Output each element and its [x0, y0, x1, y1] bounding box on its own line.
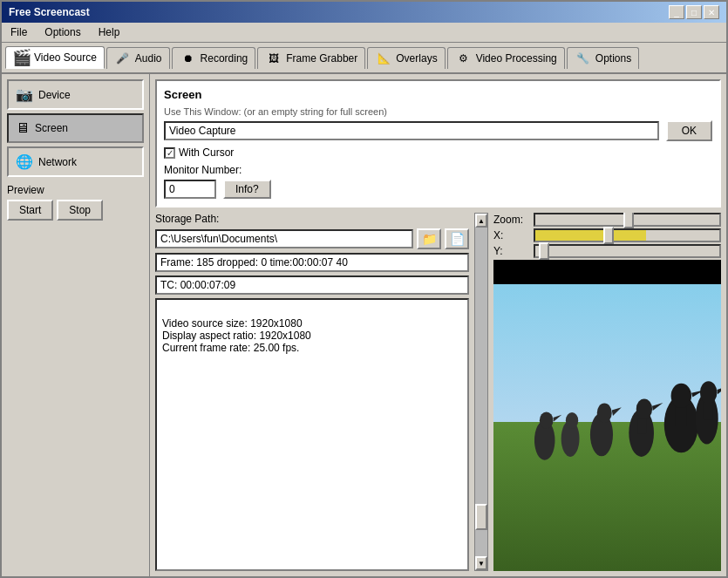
zoom-thumb[interactable] — [623, 213, 634, 228]
vertical-scrollbar[interactable]: ▲ ▼ — [474, 213, 488, 571]
svg-marker-6 — [652, 403, 663, 411]
log-box: Video source size: 1920x1080 Display asp… — [155, 298, 469, 571]
tab-frame-grabber-label: Frame Grabber — [286, 52, 357, 65]
right-panel: Screen Use This Window: (or an empty str… — [150, 74, 726, 576]
storage-row: Storage Path: — [155, 213, 469, 225]
svg-point-5 — [636, 399, 652, 419]
left-panel: 📷 Device 🖥 Screen 🌐 Network Preview Star… — [2, 74, 150, 576]
main-content: 📷 Device 🖥 Screen 🌐 Network Preview Star… — [2, 74, 726, 576]
tab-recording-label: Recording — [201, 52, 248, 65]
screen-window-input[interactable] — [164, 121, 659, 140]
svg-rect-19 — [703, 403, 713, 420]
screen-input-row: OK — [164, 120, 712, 141]
video-preview — [493, 260, 721, 571]
x-row: X: — [493, 228, 721, 242]
zoom-label: Zoom: — [493, 214, 528, 226]
network-label: Network — [38, 156, 77, 168]
tc-info: TC: 00:00:07:09 — [160, 279, 235, 291]
tab-video-processing-label: Video Processing — [476, 52, 557, 65]
monitor-input[interactable] — [164, 180, 216, 199]
y-thumb[interactable] — [539, 242, 549, 260]
tab-frame-grabber[interactable]: 🖼 Frame Grabber — [257, 47, 365, 69]
maximize-button[interactable]: □ — [686, 5, 702, 19]
y-row: Y: — [493, 244, 721, 258]
x-slider[interactable] — [534, 228, 721, 242]
monitor-row: Monitor Number: — [164, 164, 712, 176]
tab-options-label: Options — [595, 52, 631, 65]
monitor-label: Monitor Number: — [164, 164, 242, 176]
device-icon: 📷 — [16, 86, 33, 103]
svg-marker-15 — [554, 415, 562, 422]
svg-point-12 — [566, 412, 578, 428]
screen-button[interactable]: 🖥 Screen — [7, 113, 144, 143]
menu-bar: File Options Help — [2, 23, 726, 43]
frame-info: Frame: 185 dropped: 0 time:00:00:07 40 — [160, 256, 348, 269]
log-line-4: Current frame rate: 25.00 fps. — [162, 342, 462, 354]
browse-folder-button[interactable]: 📁 — [417, 228, 441, 249]
menu-help[interactable]: Help — [93, 24, 126, 40]
tab-video-processing[interactable]: ⚙ Video Processing — [447, 47, 565, 69]
main-window: Free Screencast _ □ ✕ File Options Help … — [0, 0, 728, 578]
screen-icon: 🖥 — [16, 120, 30, 136]
storage-path-input[interactable] — [155, 229, 413, 248]
close-button[interactable]: ✕ — [704, 5, 719, 19]
svg-point-1 — [671, 384, 691, 409]
preview-section: Preview Start Stop — [7, 184, 144, 221]
svg-rect-7 — [637, 419, 646, 435]
bottom-left: Storage Path: 📁 📄 Frame: 185 dropped: 0 … — [155, 213, 469, 571]
stop-button[interactable]: Stop — [57, 200, 103, 221]
scrollbar-track[interactable] — [475, 228, 487, 556]
scroll-down-button[interactable]: ▼ — [475, 556, 487, 570]
browse-file-button[interactable]: 📄 — [445, 228, 469, 249]
svg-point-14 — [540, 412, 554, 430]
tab-recording[interactable]: ⏺ Recording — [172, 47, 256, 69]
screen-hint: Use This Window: (or an empty string for… — [164, 106, 712, 117]
y-label: Y: — [493, 245, 528, 257]
tab-overlays[interactable]: 📐 Overlays — [367, 47, 445, 69]
bottom-panel: Storage Path: 📁 📄 Frame: 185 dropped: 0 … — [155, 213, 721, 571]
birds-svg — [493, 322, 721, 493]
minimize-button[interactable]: _ — [669, 5, 684, 19]
ok-button[interactable]: OK — [666, 120, 712, 141]
video-scene — [493, 260, 721, 571]
screen-label: Screen — [35, 122, 68, 134]
svg-point-9 — [597, 404, 612, 423]
title-bar: Free Screencast _ □ ✕ — [2, 2, 726, 23]
screen-title: Screen — [164, 88, 712, 101]
network-button[interactable]: 🌐 Network — [7, 146, 144, 177]
tab-video-source[interactable]: 🎬 Video Source — [5, 46, 105, 69]
frame-info-box: Frame: 185 dropped: 0 time:00:00:07 40 — [155, 253, 469, 272]
preview-label: Preview — [7, 184, 144, 196]
tc-info-box: TC: 00:00:07:09 — [155, 275, 469, 295]
storage-label: Storage Path: — [155, 213, 219, 225]
screen-settings-box: Screen Use This Window: (or an empty str… — [155, 79, 721, 207]
device-label: Device — [38, 89, 71, 101]
monitor-input-row: Info? — [164, 180, 712, 199]
with-cursor-label: With Cursor — [179, 146, 234, 159]
tab-audio-label: Audio — [135, 52, 162, 65]
folder-icon: 📁 — [422, 232, 437, 246]
svg-rect-3 — [676, 408, 687, 426]
device-button[interactable]: 📷 Device — [7, 79, 144, 110]
tab-options[interactable]: 🔧 Options — [567, 47, 639, 69]
toolbar: 🎬 Video Source 🎤 Audio ⏺ Recording 🖼 Fra… — [2, 43, 726, 74]
menu-file[interactable]: File — [5, 24, 32, 40]
zoom-slider[interactable] — [534, 213, 721, 227]
y-slider[interactable] — [534, 244, 721, 258]
svg-point-17 — [700, 382, 718, 405]
scroll-up-button[interactable]: ▲ — [475, 214, 487, 228]
tab-video-source-label: Video Source — [34, 51, 97, 64]
info-button[interactable]: Info? — [223, 180, 271, 199]
menu-options[interactable]: Options — [39, 24, 85, 40]
x-thumb[interactable] — [603, 227, 614, 244]
with-cursor-checkbox[interactable] — [164, 147, 175, 159]
scrollbar-thumb[interactable] — [475, 504, 487, 530]
svg-marker-18 — [717, 386, 721, 394]
title-bar-buttons: _ □ ✕ — [669, 5, 719, 19]
video-processing-icon: ⚙ — [455, 51, 473, 65]
start-button[interactable]: Start — [7, 200, 53, 221]
tab-audio[interactable]: 🎤 Audio — [106, 47, 170, 69]
bottom-right: Zoom: X: Y: — [493, 213, 721, 571]
file-icon: 📄 — [450, 232, 465, 246]
black-bar-top — [493, 260, 721, 284]
